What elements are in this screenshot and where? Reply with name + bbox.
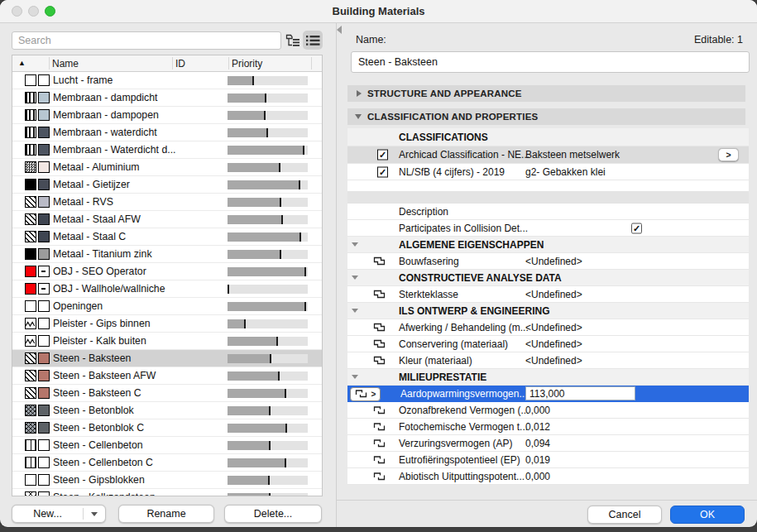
footer-separator bbox=[337, 500, 757, 501]
material-name-input[interactable] bbox=[351, 51, 750, 73]
color-swatch bbox=[38, 179, 50, 190]
property-row[interactable]: Bouwfasering<Undefined> bbox=[347, 253, 749, 270]
material-row[interactable]: Lucht - frame bbox=[12, 72, 322, 89]
material-name: Metaal - Gietijzer bbox=[53, 179, 130, 190]
broken-link-icon bbox=[373, 472, 386, 482]
material-name: Pleister - Kalk buiten bbox=[53, 335, 146, 347]
property-row[interactable]: Kleur (materiaal)<Undefined> bbox=[347, 352, 749, 369]
property-group-header[interactable]: CONSTRUCTIEVE ANALYSE DATA bbox=[347, 270, 749, 286]
column-priority[interactable]: Priority bbox=[232, 58, 262, 69]
property-row[interactable]: Sterkteklasse<Undefined> bbox=[347, 286, 749, 303]
color-swatch bbox=[38, 144, 50, 156]
classification-row[interactable]: ✓Archicad Classification - NE...Baksteen… bbox=[347, 146, 749, 164]
delete-button[interactable]: Delete... bbox=[224, 505, 322, 523]
material-row[interactable]: Membraan - dampopen bbox=[12, 107, 322, 124]
section-structure-and-appearance[interactable]: STRUCTURE AND APPEARANCE bbox=[347, 85, 745, 102]
broken-link-icon bbox=[373, 405, 386, 415]
material-row[interactable]: Membraan - Waterdicht d... bbox=[12, 141, 322, 159]
material-row[interactable]: Metaal - Titanium zink bbox=[12, 246, 322, 263]
property-value-input[interactable] bbox=[525, 386, 635, 400]
material-row[interactable]: Metaal - Gietijzer bbox=[12, 176, 322, 194]
material-row[interactable]: Metaal - Aluminium bbox=[12, 159, 322, 176]
material-row[interactable]: Steen - Baksteen C bbox=[12, 385, 322, 402]
classification-checkbox[interactable]: ✓ bbox=[377, 150, 388, 161]
material-row[interactable]: Steen - Baksteen bbox=[12, 350, 322, 367]
property-link-pill[interactable]: > bbox=[350, 387, 381, 401]
new-button[interactable]: New... bbox=[12, 505, 106, 523]
row-value: 0,019 bbox=[525, 454, 550, 466]
expanded-triangle-icon[interactable] bbox=[352, 309, 358, 313]
rename-button[interactable]: Rename bbox=[118, 505, 214, 523]
priority-bar bbox=[228, 424, 308, 433]
material-row[interactable]: OBJ - SEO Operator bbox=[12, 263, 322, 280]
material-row[interactable]: Steen - Cellenbeton C bbox=[12, 454, 322, 472]
list-header[interactable]: ▲ Name ID Priority bbox=[12, 55, 322, 72]
ok-button[interactable]: OK bbox=[670, 506, 745, 524]
folder-tree-view-icon[interactable] bbox=[284, 31, 302, 50]
row-value: <Undefined> bbox=[525, 338, 582, 350]
section-classification-and-properties[interactable]: CLASSIFICATION AND PROPERTIES bbox=[347, 108, 745, 125]
material-row[interactable]: Steen - Kalkzandsteen bbox=[12, 489, 322, 496]
property-row[interactable]: Afwerking / Behandeling (m...<Undefined> bbox=[347, 319, 749, 336]
expanded-triangle-icon[interactable] bbox=[352, 375, 358, 379]
property-group-header[interactable]: MILIEUPRESTATIE bbox=[347, 369, 749, 386]
material-name: Membraan - waterdicht bbox=[53, 127, 157, 138]
material-row[interactable]: Steen - Betonblok C bbox=[12, 419, 322, 437]
material-row[interactable]: OBJ - Wallhole/wallniche bbox=[12, 280, 322, 298]
broken-link-icon bbox=[373, 439, 386, 448]
row-label: ILS ONTWERP & ENGINEERING bbox=[399, 305, 549, 317]
color-swatch bbox=[38, 370, 50, 381]
classification-checkbox[interactable]: ✓ bbox=[377, 166, 388, 177]
material-row[interactable]: Metaal - Staal AFW bbox=[12, 211, 322, 228]
pattern-swatch bbox=[25, 283, 36, 295]
list-view-icon[interactable] bbox=[303, 31, 323, 50]
material-row[interactable]: Steen - Gipsblokken bbox=[12, 472, 322, 489]
material-row[interactable]: Metaal - Staal C bbox=[12, 228, 322, 246]
material-row[interactable]: Steen - Cellenbeton bbox=[12, 437, 322, 454]
pattern-swatch bbox=[25, 387, 36, 399]
material-row[interactable]: Pleister - Kalk buiten bbox=[12, 333, 322, 350]
new-dropdown-chevron-icon[interactable] bbox=[84, 512, 105, 516]
material-row[interactable]: Steen - Betonblok bbox=[12, 402, 322, 419]
property-row[interactable]: Ozonafbrekend Vermogen (...0,000 bbox=[347, 402, 749, 419]
material-name: Membraan - Waterdicht d... bbox=[53, 144, 176, 156]
material-name: Metaal - Staal AFW bbox=[53, 213, 141, 225]
material-row[interactable]: Pleister - Gips binnen bbox=[12, 315, 322, 333]
material-row[interactable]: Membraan - dampdicht bbox=[12, 89, 322, 107]
color-swatch bbox=[38, 422, 50, 434]
material-row[interactable]: Metaal - RVS bbox=[12, 194, 322, 211]
material-row[interactable]: Steen - Baksteen AFW bbox=[12, 367, 322, 385]
search-input[interactable] bbox=[12, 31, 281, 50]
pattern-swatch bbox=[25, 474, 36, 486]
row-label: Aardopwarmingsvermogen... bbox=[400, 388, 527, 400]
description-row[interactable]: Description bbox=[347, 204, 749, 220]
expanded-triangle-icon[interactable] bbox=[352, 242, 358, 247]
open-classification-button[interactable]: > bbox=[718, 148, 739, 161]
expanded-triangle-icon[interactable] bbox=[352, 276, 358, 280]
classification-row[interactable]: ✓NL/SfB (4 cijfers) - 2019g2- Gebakken k… bbox=[347, 164, 749, 180]
row-label: Ozonafbrekend Vermogen (... bbox=[399, 405, 529, 416]
property-group-header[interactable]: ILS ONTWERP & ENGINEERING bbox=[347, 303, 749, 319]
property-row[interactable]: Conservering (materiaal)<Undefined> bbox=[347, 336, 749, 352]
collision-detection-row[interactable]: Participates in Collision Det...✓ bbox=[347, 220, 749, 237]
row-label: Bouwfasering bbox=[399, 256, 459, 267]
column-name[interactable]: Name bbox=[52, 58, 79, 69]
cancel-button[interactable]: Cancel bbox=[587, 506, 662, 524]
property-row[interactable]: Abiotisch Uitputtingspotent...0,000 bbox=[347, 468, 749, 485]
material-row[interactable]: Openingen bbox=[12, 298, 322, 315]
row-value: 0,000 bbox=[525, 405, 550, 416]
material-name: Steen - Betonblok bbox=[53, 405, 134, 416]
priority-bar bbox=[228, 93, 308, 103]
property-row-editing[interactable]: >Aardopwarmingsvermogen... bbox=[347, 386, 749, 402]
sort-ascending-icon[interactable]: ▲ bbox=[18, 59, 26, 67]
property-row[interactable]: Verzuringsvermogen (AP)0,094 bbox=[347, 435, 749, 452]
classifications-header[interactable]: CLASSIFICATIONS bbox=[347, 128, 749, 146]
collision-detection-checkbox[interactable]: ✓ bbox=[631, 223, 642, 233]
property-row[interactable]: Eutrofiëringspotentieel (EP)0,019 bbox=[347, 452, 749, 468]
column-id[interactable]: ID bbox=[175, 58, 185, 69]
material-row[interactable]: Membraan - waterdicht bbox=[12, 124, 322, 141]
property-group-header[interactable]: ALGEMENE EIGENSCHAPPEN bbox=[347, 237, 749, 253]
property-row[interactable]: Fotochemische Vermogen t...0,012 bbox=[347, 419, 749, 435]
color-swatch bbox=[38, 491, 50, 496]
priority-bar bbox=[228, 493, 308, 496]
